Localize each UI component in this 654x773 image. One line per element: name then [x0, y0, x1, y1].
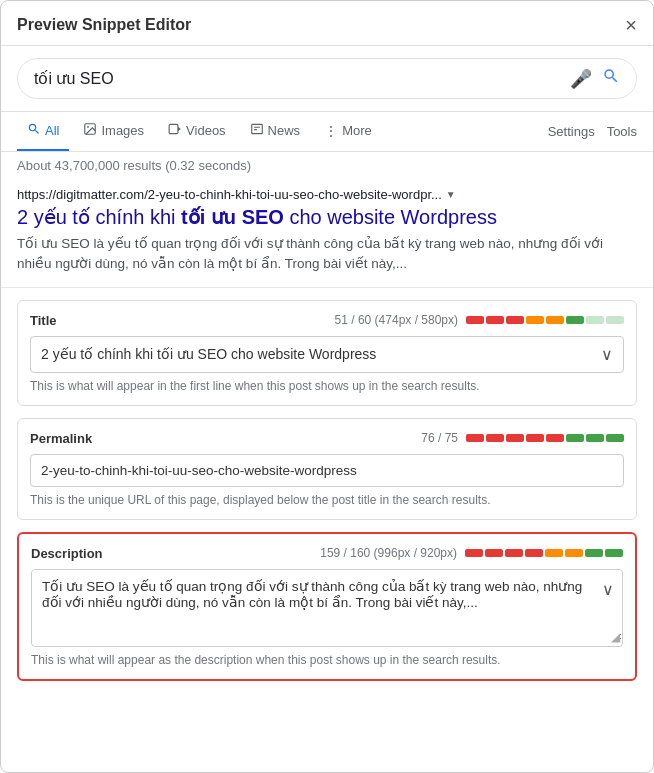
title-hint: This is what will appear in the first li…: [30, 379, 624, 393]
all-icon: [27, 122, 41, 139]
description-progress-bar: [465, 549, 623, 557]
permalink-meta: 76 / 75: [421, 431, 624, 445]
title-count: 51 / 60 (474px / 580px): [335, 313, 458, 327]
tab-all[interactable]: All: [17, 112, 69, 151]
search-input[interactable]: [34, 70, 560, 88]
title-bar-5: [546, 316, 564, 324]
dialog-header: Preview Snippet Editor ×: [1, 1, 653, 46]
result-title-end: cho website Wordpress: [284, 206, 497, 228]
desc-bar-3: [505, 549, 523, 557]
plink-bar-4: [526, 434, 544, 442]
desc-bar-8: [605, 549, 623, 557]
images-icon: [83, 122, 97, 139]
description-section: Description 159 / 160 (996px / 920px) ∨ …: [17, 532, 637, 681]
desc-bar-6: [565, 549, 583, 557]
tab-images-label: Images: [101, 123, 144, 138]
title-section: Title 51 / 60 (474px / 580px) 2 yếu tố c…: [17, 300, 637, 406]
title-dropdown[interactable]: 2 yếu tố chính khi tối ưu SEO cho websit…: [30, 336, 624, 373]
title-meta: 51 / 60 (474px / 580px): [335, 313, 624, 327]
plink-bar-5: [546, 434, 564, 442]
permalink-hint: This is the unique URL of this page, dis…: [30, 493, 624, 507]
desc-bar-5: [545, 549, 563, 557]
title-bar-7: [586, 316, 604, 324]
title-value: 2 yếu tố chính khi tối ưu SEO cho websit…: [41, 346, 376, 362]
title-bar-3: [506, 316, 524, 324]
dialog-title: Preview Snippet Editor: [17, 16, 191, 34]
videos-icon: [168, 122, 182, 139]
title-chevron-icon: ∨: [601, 345, 613, 364]
tab-more[interactable]: ⋮ More: [314, 113, 382, 151]
search-box: 🎤: [17, 58, 637, 99]
tab-news[interactable]: News: [240, 112, 311, 151]
result-url: https://digitmatter.com/2-yeu-to-chinh-k…: [17, 187, 637, 202]
description-section-header: Description 159 / 160 (996px / 920px): [31, 546, 623, 561]
tab-videos-label: Videos: [186, 123, 226, 138]
permalink-progress-bar: [466, 434, 624, 442]
desc-bar-4: [525, 549, 543, 557]
resize-handle-icon: ◢: [611, 630, 620, 644]
news-icon: [250, 122, 264, 139]
tab-videos[interactable]: Videos: [158, 112, 236, 151]
tools-link[interactable]: Tools: [607, 124, 637, 139]
permalink-section-header: Permalink 76 / 75: [30, 431, 624, 446]
description-textarea[interactable]: [32, 570, 622, 642]
permalink-count: 76 / 75: [421, 431, 458, 445]
mic-icon[interactable]: 🎤: [570, 68, 592, 90]
settings-link[interactable]: Settings: [548, 124, 595, 139]
description-meta: 159 / 160 (996px / 920px): [320, 546, 623, 560]
more-dots-icon: ⋮: [324, 123, 338, 139]
title-bar-4: [526, 316, 544, 324]
plink-bar-2: [486, 434, 504, 442]
tab-news-label: News: [268, 123, 301, 138]
search-area: 🎤: [1, 46, 653, 112]
nav-right: Settings Tools: [548, 124, 637, 139]
result-title[interactable]: 2 yếu tố chính khi tối ưu SEO cho websit…: [17, 204, 637, 230]
result-title-bold: tối ưu SEO: [181, 206, 284, 228]
editor-sections: Title 51 / 60 (474px / 580px) 2 yếu tố c…: [1, 288, 653, 693]
title-bar-1: [466, 316, 484, 324]
permalink-input[interactable]: [30, 454, 624, 487]
title-section-header: Title 51 / 60 (474px / 580px): [30, 313, 624, 328]
title-bar-2: [486, 316, 504, 324]
close-button[interactable]: ×: [625, 15, 637, 35]
tab-more-label: More: [342, 123, 372, 138]
title-bar-8: [606, 316, 624, 324]
plink-bar-3: [506, 434, 524, 442]
tab-images[interactable]: Images: [73, 112, 154, 151]
plink-bar-7: [586, 434, 604, 442]
svg-point-1: [88, 126, 90, 128]
desc-bar-2: [485, 549, 503, 557]
permalink-label: Permalink: [30, 431, 92, 446]
description-label: Description: [31, 546, 103, 561]
description-chevron-icon: ∨: [602, 580, 614, 599]
permalink-section: Permalink 76 / 75 This is the unique URL…: [17, 418, 637, 520]
description-hint: This is what will appear as the descript…: [31, 653, 623, 667]
description-count: 159 / 160 (996px / 920px): [320, 546, 457, 560]
nav-tabs: All Images Videos News ⋮ More Settings T…: [1, 112, 653, 152]
plink-bar-8: [606, 434, 624, 442]
search-icon[interactable]: [602, 67, 620, 90]
description-textarea-wrap: ∨ ◢: [31, 569, 623, 647]
search-result: https://digitmatter.com/2-yeu-to-chinh-k…: [1, 179, 653, 288]
desc-bar-1: [465, 549, 483, 557]
url-dropdown-icon: ▼: [446, 189, 456, 200]
title-progress-bar: [466, 316, 624, 324]
result-title-plain: 2 yếu tố chính khi: [17, 206, 181, 228]
result-description: Tối ưu SEO là yếu tố quan trọng đối với …: [17, 234, 637, 275]
desc-bar-7: [585, 549, 603, 557]
svg-marker-3: [178, 127, 181, 132]
plink-bar-1: [466, 434, 484, 442]
title-label: Title: [30, 313, 57, 328]
svg-rect-2: [169, 124, 178, 133]
results-count: About 43,700,000 results (0.32 seconds): [1, 152, 653, 179]
plink-bar-6: [566, 434, 584, 442]
tab-all-label: All: [45, 123, 59, 138]
title-bar-6: [566, 316, 584, 324]
